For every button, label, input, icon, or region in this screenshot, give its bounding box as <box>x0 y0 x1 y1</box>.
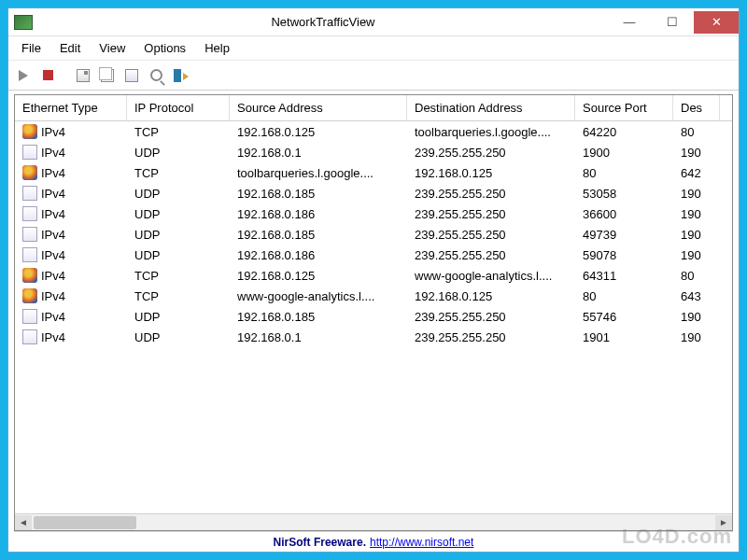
table-row[interactable]: IPv4TCP192.168.0.125www-google-analytics… <box>15 265 732 286</box>
menu-help[interactable]: Help <box>195 38 239 58</box>
col-source-address[interactable]: Source Address <box>230 95 407 120</box>
exit-icon <box>174 69 187 82</box>
cell-ip-protocol: UDP <box>127 330 230 344</box>
col-destination-address[interactable]: Destination Address <box>407 95 575 120</box>
cell-destination-address: 239.255.255.250 <box>407 207 575 221</box>
scroll-track[interactable] <box>32 515 715 530</box>
minimize-button[interactable]: — <box>608 11 651 34</box>
cell-destination-port: 190 <box>673 207 720 221</box>
cell-destination-address: 192.168.0.125 <box>407 166 575 180</box>
cell-destination-address: 239.255.255.250 <box>407 248 575 262</box>
cell-source-port: 64311 <box>575 269 673 283</box>
scroll-thumb[interactable] <box>34 516 136 529</box>
cell-destination-address: 239.255.255.250 <box>407 146 575 160</box>
column-headers: Ethernet Type IP Protocol Source Address… <box>15 95 732 121</box>
cell-ethernet-type: IPv4 <box>15 288 127 303</box>
cell-source-address: toolbarqueries.l.google.... <box>230 166 407 180</box>
traffic-listview[interactable]: Ethernet Type IP Protocol Source Address… <box>14 94 733 531</box>
menu-options[interactable]: Options <box>134 38 195 58</box>
col-destination-port[interactable]: Des <box>673 95 720 120</box>
cell-ip-protocol: UDP <box>127 187 230 201</box>
cell-ethernet-type: IPv4 <box>15 186 127 201</box>
stop-icon <box>43 70 53 80</box>
table-row[interactable]: IPv4UDP192.168.0.185239.255.255.25055746… <box>15 306 732 327</box>
table-row[interactable]: IPv4UDP192.168.0.185239.255.255.25049739… <box>15 224 732 245</box>
exit-button[interactable] <box>171 66 190 85</box>
app-generic-icon <box>22 186 37 201</box>
find-icon <box>150 69 162 81</box>
maximize-button[interactable]: ☐ <box>651 11 694 34</box>
cell-destination-port: 642 <box>673 166 720 180</box>
firefox-icon <box>22 268 37 283</box>
cell-ethernet-type: IPv4 <box>15 124 127 139</box>
cell-source-address: 192.168.0.185 <box>230 228 407 242</box>
table-row[interactable]: IPv4TCPwww-google-analytics.l....192.168… <box>15 286 732 306</box>
status-brand: NirSoft Freeware. <box>274 536 366 549</box>
copy-button[interactable] <box>98 66 117 85</box>
table-row[interactable]: IPv4UDP192.168.0.186239.255.255.25059078… <box>15 245 732 265</box>
cell-source-port: 36600 <box>575 207 673 221</box>
col-ethernet-type[interactable]: Ethernet Type <box>15 95 127 120</box>
cell-source-address: 192.168.0.1 <box>230 146 407 160</box>
save-button[interactable] <box>74 66 92 85</box>
table-row[interactable]: IPv4UDP192.168.0.1239.255.255.2501900190 <box>15 142 732 162</box>
cell-source-port: 80 <box>575 289 673 303</box>
table-row[interactable]: IPv4TCP192.168.0.125toolbarqueries.l.goo… <box>15 121 732 142</box>
find-button[interactable] <box>147 66 165 85</box>
cell-source-address: 192.168.0.125 <box>230 125 407 139</box>
cell-ip-protocol: UDP <box>127 207 230 221</box>
cell-destination-address: www-google-analytics.l.... <box>407 269 575 283</box>
scroll-right-button[interactable]: ► <box>715 515 732 530</box>
table-row[interactable]: IPv4UDP192.168.0.1239.255.255.2501901190 <box>15 327 732 347</box>
scroll-left-button[interactable]: ◄ <box>15 515 32 530</box>
app-generic-icon <box>22 247 37 262</box>
app-generic-icon <box>22 227 37 242</box>
cell-ethernet-type: IPv4 <box>15 329 127 344</box>
cell-destination-port: 190 <box>673 146 720 160</box>
cell-source-port: 80 <box>575 166 673 180</box>
cell-source-address: 192.168.0.125 <box>230 269 407 283</box>
copy-icon <box>101 69 114 82</box>
horizontal-scrollbar[interactable]: ◄ ► <box>15 513 732 530</box>
stop-capture-button[interactable] <box>38 66 57 85</box>
cell-ip-protocol: TCP <box>127 166 230 180</box>
cell-destination-address: 239.255.255.250 <box>407 187 575 201</box>
cell-destination-address: 239.255.255.250 <box>407 228 575 242</box>
status-link[interactable]: http://www.nirsoft.net <box>370 536 473 549</box>
table-row[interactable]: IPv4TCPtoolbarqueries.l.google....192.16… <box>15 162 732 183</box>
cell-ethernet-type: IPv4 <box>15 165 127 180</box>
cell-ip-protocol: UDP <box>127 310 230 324</box>
app-icon <box>14 15 33 30</box>
app-generic-icon <box>22 329 37 344</box>
cell-ip-protocol: UDP <box>127 146 230 160</box>
cell-destination-port: 80 <box>673 269 720 283</box>
start-capture-button[interactable] <box>14 66 33 85</box>
close-button[interactable]: ✕ <box>694 11 739 34</box>
cell-ethernet-type: IPv4 <box>15 206 127 221</box>
cell-ethernet-type: IPv4 <box>15 309 127 324</box>
table-row[interactable]: IPv4UDP192.168.0.185239.255.255.25053058… <box>15 183 732 203</box>
cell-source-port: 55746 <box>575 310 673 324</box>
table-row[interactable]: IPv4UDP192.168.0.186239.255.255.25036600… <box>15 203 732 224</box>
col-source-port[interactable]: Source Port <box>575 95 673 120</box>
cell-destination-port: 190 <box>673 330 720 344</box>
cell-destination-port: 190 <box>673 187 720 201</box>
cell-source-address: www-google-analytics.l.... <box>230 289 407 303</box>
col-ip-protocol[interactable]: IP Protocol <box>127 95 230 120</box>
cell-ip-protocol: UDP <box>127 248 230 262</box>
cell-source-port: 1900 <box>575 146 673 160</box>
cell-source-address: 192.168.0.1 <box>230 330 407 344</box>
statusbar: NirSoft Freeware. http://www.nirsoft.net <box>14 531 733 552</box>
menu-view[interactable]: View <box>90 38 134 58</box>
cell-destination-address: 192.168.0.125 <box>407 289 575 303</box>
cell-ethernet-type: IPv4 <box>15 247 127 262</box>
titlebar[interactable]: NetworkTrafficView — ☐ ✕ <box>8 8 739 36</box>
cell-source-address: 192.168.0.185 <box>230 187 407 201</box>
cell-source-port: 49739 <box>575 228 673 242</box>
listview-body: IPv4TCP192.168.0.125toolbarqueries.l.goo… <box>15 121 732 513</box>
menu-edit[interactable]: Edit <box>50 38 90 58</box>
properties-button[interactable] <box>122 66 141 85</box>
firefox-icon <box>22 165 37 180</box>
cell-destination-port: 643 <box>673 289 720 303</box>
menu-file[interactable]: File <box>12 38 50 58</box>
